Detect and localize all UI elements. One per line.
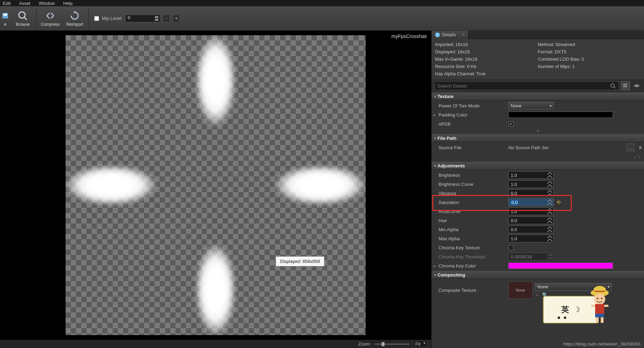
compress-button[interactable]: Compress bbox=[38, 6, 62, 31]
svg-rect-21 bbox=[596, 317, 599, 323]
brightness-input[interactable]: 1.0 bbox=[508, 171, 554, 179]
mip-plus-button[interactable]: + bbox=[173, 15, 180, 22]
compress-icon bbox=[45, 10, 56, 21]
svg-line-3 bbox=[24, 17, 27, 20]
mip-spinbox[interactable]: 0 bbox=[125, 15, 160, 22]
category-texture[interactable]: Texture bbox=[432, 92, 644, 100]
comptex-thumb[interactable]: None bbox=[508, 281, 533, 299]
pot-dropdown[interactable]: None bbox=[508, 102, 554, 109]
hue-input[interactable]: 0.0 bbox=[508, 217, 554, 224]
menu-help[interactable]: Help bbox=[63, 1, 73, 6]
menu-asset[interactable]: Asset bbox=[19, 1, 30, 6]
svg-point-12 bbox=[593, 286, 606, 294]
brightcurve-label: Brightness Curve bbox=[439, 182, 508, 187]
info-method: Method: Streamed bbox=[538, 42, 641, 47]
saturation-input[interactable]: 0.0 bbox=[508, 198, 554, 206]
zoom-label: Zoom: bbox=[358, 341, 371, 347]
watermark: https://blog.csdn.net/weixin_38298363 bbox=[563, 341, 641, 347]
reimport-icon bbox=[69, 10, 80, 21]
sourcefile-label: Source File bbox=[439, 145, 508, 150]
down-arrow-icon[interactable]: ↓ bbox=[634, 154, 636, 159]
chromakeytex-checkbox[interactable] bbox=[508, 245, 514, 250]
browse-button[interactable]: Browse bbox=[10, 6, 35, 31]
padding-label: Padding Color bbox=[439, 112, 508, 118]
magnifier-icon bbox=[17, 10, 28, 21]
chromakeycolor-swatch[interactable] bbox=[508, 263, 613, 269]
reset-icon[interactable]: ⟲ bbox=[556, 199, 561, 205]
up-arrow-icon[interactable]: ↑ bbox=[638, 154, 641, 159]
hue-label: Hue bbox=[439, 218, 508, 223]
mip-label: Mip Level: bbox=[102, 16, 122, 21]
mip-minus-button[interactable]: - bbox=[163, 15, 170, 22]
category-compositing[interactable]: Compositing bbox=[432, 271, 644, 279]
viewport-statusbar: Zoom: Fit bbox=[0, 340, 431, 348]
vibrance-label: Vibrance bbox=[439, 191, 508, 196]
texture-preview bbox=[66, 35, 366, 335]
svg-rect-17 bbox=[595, 304, 604, 314]
menu-edit[interactable]: Edit bbox=[3, 1, 10, 6]
search-input[interactable]: Search Details bbox=[434, 81, 619, 90]
rgbcurve-input[interactable]: 1.0 bbox=[508, 207, 554, 215]
minalpha-input[interactable]: 0.0 bbox=[508, 226, 554, 233]
chromakeythresh-label: Chroma Key Threshold bbox=[439, 254, 508, 259]
zoom-fit-dropdown[interactable]: Fit bbox=[413, 341, 427, 347]
svg-rect-22 bbox=[601, 317, 604, 323]
info-imported: Imported: 16x16 bbox=[435, 42, 538, 47]
displayed-tooltip: Displayed: 858x858 bbox=[276, 256, 324, 266]
save-button[interactable]: e bbox=[0, 6, 10, 31]
matrix-view-button[interactable] bbox=[621, 81, 630, 90]
svg-point-4 bbox=[611, 84, 614, 87]
svg-rect-7 bbox=[626, 84, 627, 85]
mip-level-group: Mip Level: 0 - + bbox=[94, 15, 180, 22]
back-arrow-icon[interactable]: ← bbox=[535, 292, 539, 297]
svg-rect-18 bbox=[595, 314, 604, 317]
comptex-label: Composite Texture bbox=[439, 288, 508, 293]
ime-overlay: 英 ☽ ■■ bbox=[543, 296, 599, 324]
save-icon bbox=[0, 10, 11, 21]
srgb-label: sRGB bbox=[439, 121, 508, 127]
svg-line-5 bbox=[614, 87, 615, 88]
svg-point-2 bbox=[19, 12, 25, 18]
pot-label: Power Of Two Mode bbox=[439, 103, 508, 108]
visibility-button[interactable] bbox=[632, 81, 641, 90]
luffy-icon bbox=[584, 286, 615, 324]
svg-rect-19 bbox=[591, 305, 595, 307]
svg-point-14 bbox=[594, 294, 605, 305]
close-icon[interactable]: × bbox=[462, 32, 465, 37]
svg-rect-9 bbox=[626, 86, 627, 87]
minalpha-label: Min Alpha bbox=[439, 227, 508, 232]
texture-info: Imported: 16x16 Method: Streamed Display… bbox=[432, 39, 644, 79]
chromakeytex-label: Chroma Key Texture bbox=[439, 245, 508, 250]
svg-rect-6 bbox=[623, 84, 625, 85]
info-alpha: Has Alpha Channel: True bbox=[435, 71, 538, 76]
rgbcurve-label: RGBCurve bbox=[439, 209, 508, 214]
expand-more-icon[interactable]: ▾ bbox=[432, 128, 644, 134]
svg-point-10 bbox=[636, 85, 637, 86]
chromakeycolor-label: Chroma Key Color bbox=[439, 263, 508, 268]
maxalpha-input[interactable]: 1.0 bbox=[508, 235, 554, 242]
svg-rect-8 bbox=[623, 86, 625, 87]
srgb-checkbox[interactable] bbox=[508, 121, 514, 127]
toolbar: e Browse Compress Reimport Mip Level: 0 … bbox=[0, 6, 644, 31]
brightcurve-input[interactable]: 1.0 bbox=[508, 180, 554, 188]
clear-file-button[interactable]: ✕ bbox=[636, 144, 644, 151]
details-search-row: Search Details bbox=[432, 79, 644, 92]
browse-file-button[interactable]: ... bbox=[627, 144, 634, 151]
mip-checkbox[interactable] bbox=[94, 16, 99, 21]
category-adjustments[interactable]: Adjustments bbox=[432, 162, 644, 170]
viewport-canvas[interactable]: myFpsCrosshair bbox=[0, 31, 431, 340]
svg-rect-13 bbox=[594, 291, 605, 292]
vibrance-input[interactable]: 0.0 bbox=[508, 189, 554, 197]
asset-name-label: myFpsCrosshair bbox=[391, 33, 427, 39]
details-tab[interactable]: i Details × bbox=[432, 31, 469, 39]
chromakeythresh-input[interactable]: 0.0039216 bbox=[508, 253, 554, 260]
menu-window[interactable]: Window bbox=[39, 1, 55, 6]
sourcefile-value: No Source Path Set bbox=[508, 145, 624, 150]
info-format: Format: DXT5 bbox=[538, 49, 641, 54]
zoom-slider[interactable] bbox=[375, 343, 410, 345]
info-maxingame: Max In-Game: 16x16 bbox=[435, 56, 538, 62]
category-filepath[interactable]: File Path bbox=[432, 134, 644, 142]
padding-color-swatch[interactable] bbox=[508, 112, 613, 118]
svg-rect-1 bbox=[3, 14, 7, 16]
reimport-button[interactable]: Reimport bbox=[62, 6, 87, 31]
